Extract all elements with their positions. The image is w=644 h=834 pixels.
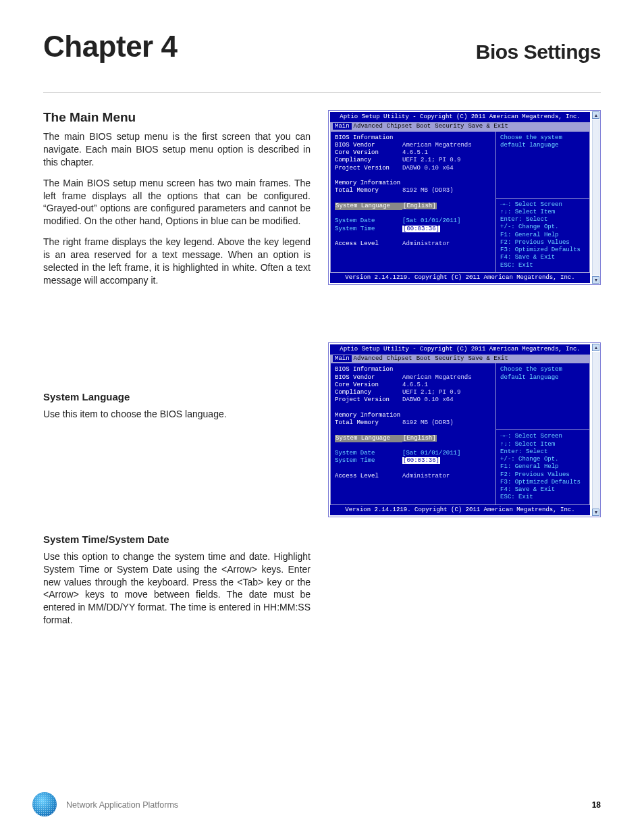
bios-footer: Version 2.14.1219. Copyright (C) 2011 Am… — [330, 505, 590, 515]
legend-line: F3: Optimized Defaults — [500, 479, 585, 486]
scroll-up-icon: ▴ — [592, 344, 599, 351]
field-label: Project Version — [335, 396, 402, 404]
scrollbar — [592, 120, 599, 276]
field-system-language: System Language — [335, 203, 402, 210]
legend-line: →←: Select Screen — [500, 201, 585, 209]
field-label: Total Memory — [335, 419, 402, 427]
tab-boot: Boot — [414, 355, 433, 362]
legend-line: +/-: Change Opt. — [500, 224, 585, 231]
field-value-active: [00:03:36] — [402, 226, 440, 232]
field-value: 8192 MB (DDR3) — [402, 419, 454, 426]
field-label: Compliancy — [335, 389, 402, 396]
tab-advanced: Advanced — [352, 123, 385, 130]
bios-footer: Version 2.14.1219. Copyright (C) 2011 Am… — [330, 273, 590, 283]
para: The main BIOS setup menu is the first sc… — [43, 130, 311, 169]
legend-line: Enter: Select — [500, 448, 585, 456]
legend-line: F4: Save & Exit — [500, 486, 585, 494]
legend-line: F1: General Help — [500, 232, 585, 239]
help-line: default language — [500, 374, 585, 382]
heading-system-language: System Language — [43, 391, 311, 402]
field-system-language: System Language — [335, 435, 402, 442]
tab-main: Main — [333, 355, 352, 362]
para: Use this option to change the system tim… — [43, 550, 311, 627]
group-meminfo: Memory Information — [335, 412, 491, 419]
field-system-time: System Time — [335, 226, 402, 233]
group-biosinfo: BIOS Information — [335, 366, 491, 373]
legend-line: F3: Optimized Defaults — [500, 246, 585, 254]
chapter-title: Chapter 4 — [43, 30, 177, 63]
divider — [43, 92, 601, 93]
tab-chipset: Chipset — [385, 355, 414, 362]
field-access-level: Access Level — [335, 240, 402, 248]
legend-line: F1: General Help — [500, 463, 585, 471]
logo-icon — [32, 792, 58, 818]
scroll-down-icon: ▾ — [592, 509, 599, 516]
bios-title: Aptio Setup Utility - Copyright (C) 2011… — [330, 344, 590, 355]
field-value: DABWO 0.10 x64 — [402, 396, 454, 403]
field-system-date: System Date — [335, 450, 402, 457]
tab-advanced: Advanced — [352, 355, 385, 362]
tab-main: Main — [333, 123, 352, 130]
field-system-date: System Date — [335, 217, 402, 225]
field-label: Core Version — [335, 149, 402, 157]
scroll-down-icon: ▾ — [592, 276, 599, 284]
field-value: 8192 MB (DDR3) — [402, 187, 454, 194]
field-label: Total Memory — [335, 187, 402, 194]
legend-line: +/-: Change Opt. — [500, 456, 585, 463]
field-value: UEFI 2.1; PI 0.9 — [402, 389, 460, 396]
para: Use this item to choose the BIOS languag… — [43, 408, 311, 421]
field-value-selected: [English] — [402, 435, 437, 442]
para: The Main BIOS setup menu screen has two … — [43, 177, 311, 228]
field-value: Administrator — [402, 473, 450, 479]
field-value: American Megatrends — [402, 374, 472, 381]
group-biosinfo: BIOS Information — [335, 134, 491, 142]
field-value: American Megatrends — [402, 142, 472, 149]
bios-menubar: MainAdvancedChipsetBootSecuritySave & Ex… — [330, 122, 590, 131]
tab-save-exit: Save & Exit — [466, 355, 510, 362]
legend-line: F2: Previous Values — [500, 239, 585, 246]
field-label: BIOS Vendor — [335, 142, 402, 149]
heading-system-time-date: System Time/System Date — [43, 533, 311, 545]
legend-line: F2: Previous Values — [500, 471, 585, 479]
page-title-bios-settings: Bios Settings — [476, 41, 601, 63]
group-meminfo: Memory Information — [335, 180, 491, 187]
field-value-active: [00:03:36] — [402, 457, 440, 464]
help-line: default language — [500, 142, 585, 149]
legend-line: ESC: Exit — [500, 494, 585, 501]
page-number: 18 — [592, 800, 601, 810]
tab-boot: Boot — [414, 123, 433, 130]
field-value: 4.6.5.1 — [402, 149, 428, 156]
tab-save-exit: Save & Exit — [466, 123, 510, 130]
legend-line: ↑↓: Select Item — [500, 209, 585, 216]
field-label: Compliancy — [335, 157, 402, 164]
field-value: UEFI 2.1; PI 0.9 — [402, 157, 460, 163]
legend-line: ↑↓: Select Item — [500, 441, 585, 448]
field-value: 4.6.5.1 — [402, 382, 428, 388]
tab-chipset: Chipset — [385, 123, 414, 130]
field-label: Project Version — [335, 165, 402, 172]
legend-line: →←: Select Screen — [500, 433, 585, 440]
help-line: Choose the system — [500, 366, 585, 373]
bios-title: Aptio Setup Utility - Copyright (C) 2011… — [330, 112, 590, 122]
field-value: DABWO 0.10 x64 — [402, 165, 454, 172]
footer-text: Network Application Platforms — [66, 800, 178, 810]
tab-security: Security — [433, 123, 466, 130]
legend-line: Enter: Select — [500, 216, 585, 224]
field-access-level: Access Level — [335, 473, 402, 480]
field-value-selected: [English] — [402, 203, 437, 209]
bios-screenshot-2: ▴ ▾ Aptio Setup Utility - Copyright (C) … — [328, 342, 601, 517]
field-system-time: System Time — [335, 457, 402, 465]
help-line: Choose the system — [500, 134, 585, 142]
para: The right frame displays the key legend.… — [43, 236, 311, 287]
legend-line: ESC: Exit — [500, 262, 585, 269]
tab-security: Security — [433, 355, 466, 362]
field-value: [Sat 01/01/2011] — [402, 217, 460, 224]
bios-menubar: MainAdvancedChipsetBootSecuritySave & Ex… — [330, 355, 590, 363]
legend-line: F4: Save & Exit — [500, 254, 585, 261]
field-value: Administrator — [402, 240, 450, 247]
field-value: [Sat 01/01/2011] — [402, 450, 460, 457]
scroll-up-icon: ▴ — [592, 111, 599, 119]
field-label: Core Version — [335, 382, 402, 389]
field-label: BIOS Vendor — [335, 374, 402, 382]
heading-main-menu: The Main Menu — [43, 110, 311, 125]
